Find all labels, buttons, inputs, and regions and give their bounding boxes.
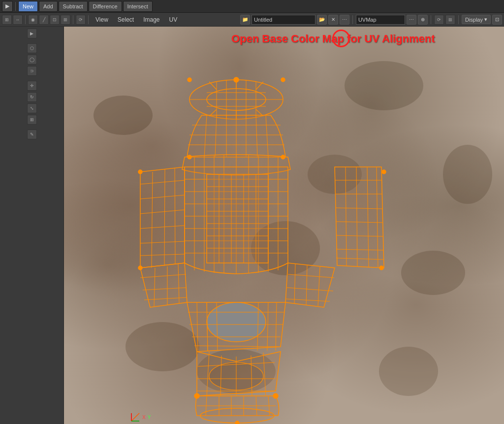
x-coord: X	[142, 415, 146, 420]
left-panel: ▶ ⬡ ◯ ⊃ ✛ ↻ ⤡ ⊞ ✎	[0, 27, 64, 424]
uv-canvas[interactable]: Open Base Color Map for UV Alignment X Y	[64, 27, 504, 424]
subtract-button[interactable]: Subtract	[59, 1, 88, 12]
uvmap-name-input[interactable]	[356, 15, 405, 25]
menu-select[interactable]: Select	[114, 15, 138, 24]
uvmap-extra-btn[interactable]: ⊕	[418, 15, 428, 25]
left-select-box[interactable]: ⬡	[27, 43, 37, 53]
cursor-tool-button[interactable]: ▶	[2, 1, 13, 12]
display-button[interactable]: Display ▾	[462, 15, 491, 24]
left-transform[interactable]: ⊞	[27, 115, 37, 125]
svg-line-136	[131, 413, 139, 421]
island-mode[interactable]: ⊞	[61, 15, 70, 25]
viewport-toggle[interactable]: ↔	[13, 15, 23, 25]
coordinates-display: X Y	[130, 412, 151, 422]
image-options-button[interactable]: ⋯	[340, 15, 349, 25]
left-move[interactable]: ✛	[27, 81, 37, 91]
image-picker-icon[interactable]: 📁	[240, 15, 250, 25]
menu-view[interactable]: View	[92, 15, 112, 24]
image-settings-button[interactable]: ✕	[328, 15, 338, 25]
sep6	[431, 15, 431, 24]
new-button[interactable]: New	[18, 1, 38, 12]
display-label: Display	[465, 17, 483, 23]
uvmap-options-btn[interactable]: ⋯	[407, 15, 416, 25]
image-name-input[interactable]	[252, 15, 315, 25]
sep4	[88, 15, 89, 24]
normalize-button[interactable]: ⊡	[492, 15, 502, 25]
sync-icon[interactable]: ⟳	[76, 15, 86, 25]
overlay-icons2[interactable]: ⊞	[445, 15, 455, 25]
sep3	[73, 15, 73, 24]
face-mode[interactable]: ⊡	[50, 15, 60, 25]
edge-mode[interactable]: ╱	[39, 15, 49, 25]
left-cursor-tool[interactable]: ▶	[27, 29, 37, 38]
left-lasso[interactable]: ⊃	[27, 66, 37, 76]
menu-uv[interactable]: UV	[165, 15, 182, 24]
add-button[interactable]: Add	[39, 1, 58, 12]
y-coord: Y	[148, 415, 151, 420]
editor-type-icon[interactable]: ⊞	[2, 15, 12, 25]
sep5	[352, 15, 353, 24]
sep7	[458, 15, 459, 24]
left-scale[interactable]: ⤡	[27, 103, 37, 113]
left-select-circle[interactable]: ◯	[27, 55, 37, 65]
sep2	[25, 15, 26, 24]
left-annotate[interactable]: ✎	[27, 130, 37, 139]
open-image-button[interactable]: 📂	[317, 15, 327, 25]
display-chevron: ▾	[484, 16, 487, 23]
difference-button[interactable]: Difference	[89, 1, 122, 12]
coords-icon	[130, 412, 140, 422]
top-toolbar: ▶ New Add Subtract Difference Intersect	[0, 0, 504, 13]
intersect-button[interactable]: Intersect	[123, 1, 153, 12]
texture-background	[64, 27, 504, 424]
vertex-mode[interactable]: ◉	[28, 15, 38, 25]
left-rotate[interactable]: ↻	[27, 92, 37, 102]
menu-image[interactable]: Image	[139, 15, 163, 24]
separator-1	[15, 2, 16, 11]
main-area: ▶ ⬡ ◯ ⊃ ✛ ↻ ⤡ ⊞ ✎	[0, 27, 504, 424]
bottom-toolbar: ⊞ ↔ ◉ ╱ ⊡ ⊞ ⟳ View Select Image UV 📁 📂 ✕…	[0, 13, 504, 27]
overlay-icons[interactable]: ⟳	[434, 15, 444, 25]
toolbar-icons-left: ⊞ ↔ ◉ ╱ ⊡ ⊞ ⟳	[2, 15, 90, 25]
